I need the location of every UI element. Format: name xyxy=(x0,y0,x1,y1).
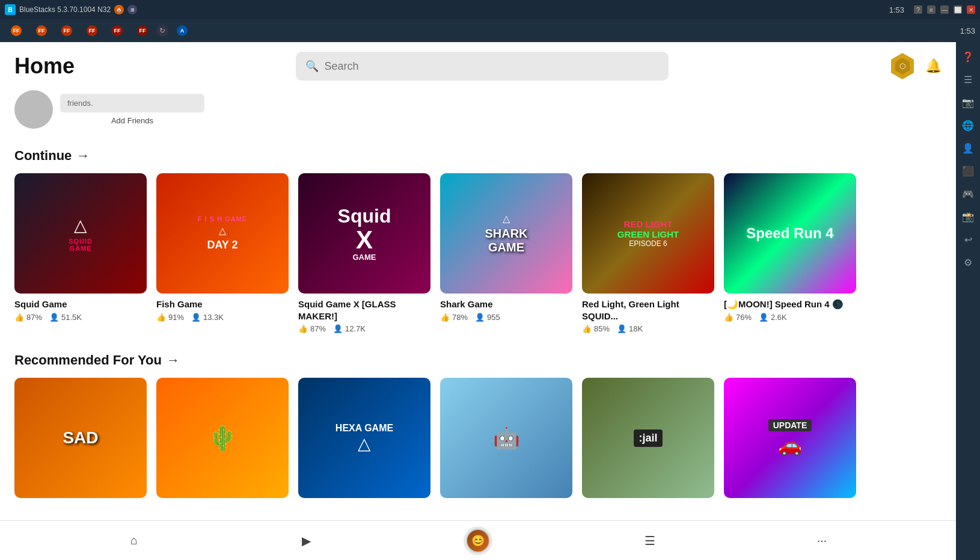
stat-rating-squid-game: 👍 87% xyxy=(14,313,42,322)
game-card-rec-hexa[interactable]: HEXA GAME △ xyxy=(298,378,430,498)
right-panel-user[interactable]: 👤 xyxy=(958,138,978,158)
tab-ff-4[interactable]: FF xyxy=(81,23,103,38)
home-tab-icon[interactable]: 🏠 xyxy=(114,5,124,14)
nav-list[interactable]: ☰ xyxy=(635,526,664,555)
right-panel-camera[interactable]: 📷 xyxy=(958,93,978,112)
tab-dot-4: FF xyxy=(87,25,97,36)
game-thumbnail-rec-orange: 🌵 xyxy=(156,378,289,498)
game-img-rec-sad: SAD xyxy=(14,378,147,498)
nav-more-icon: ··· xyxy=(817,534,827,547)
robux-inner: ⬡ xyxy=(894,58,911,75)
game-img-rec-jail: :jail xyxy=(582,378,714,498)
recommended-game-grid: SAD 🌵 xyxy=(14,378,942,498)
stat-players-fish-game: 👤 13.3K xyxy=(191,313,224,322)
game-card-rec-blue[interactable]: 🤖 xyxy=(440,378,572,498)
tab-refresh-btn[interactable]: ↻ xyxy=(156,25,168,37)
game-title-fish-game: Fish Game xyxy=(156,298,289,310)
title-bar: B BlueStacks 5.3.70.1004 N32 🏠 ⊞ 1:53 ? … xyxy=(0,0,980,19)
game-title-squid-x: Squid Game X [GLASS MAKER!] xyxy=(298,298,430,322)
game-thumbnail-red-light: RED LIGHT GREEN LIGHT EPISODE 6 xyxy=(582,173,714,294)
game-stats-fish-game: 👍 91% 👤 13.3K xyxy=(156,313,289,322)
right-panel-screenshot[interactable]: 📸 xyxy=(958,207,978,226)
continue-arrow[interactable]: → xyxy=(76,148,90,164)
game-card-squid-game[interactable]: △ SQUIDGAME Squid Game 👍 87% 👤 xyxy=(14,173,147,333)
menu-btn[interactable]: ≡ xyxy=(927,5,936,14)
stat-rating-speed-run: 👍 76% xyxy=(724,313,752,322)
right-panel-settings[interactable]: ⚙ xyxy=(958,253,978,272)
tab-ff-3[interactable]: FF xyxy=(55,23,78,38)
nav-play[interactable]: ▶ xyxy=(292,526,320,555)
tab-ff-2[interactable]: FF xyxy=(30,23,53,38)
search-bar[interactable]: 🔍 xyxy=(296,52,669,81)
add-friends-label[interactable]: Add Friends xyxy=(60,116,204,125)
game-card-speed-run[interactable]: Speed Run 4 [🌙MOON!] Speed Run 4 🌑 👍 76%… xyxy=(724,173,856,333)
right-panel-help[interactable]: ❓ xyxy=(958,47,978,66)
right-panel-menu[interactable]: ☰ xyxy=(958,70,978,89)
game-card-rec-update[interactable]: UPDATE 🚗 xyxy=(724,378,856,498)
game-thumbnail-rec-hexa: HEXA GAME △ xyxy=(298,378,430,498)
stat-players-shark-game: 👤 955 xyxy=(475,313,500,322)
robux-icon[interactable]: ⬡ xyxy=(889,53,916,79)
right-panel-square[interactable]: ⬛ xyxy=(958,161,978,180)
minimize-btn[interactable]: — xyxy=(940,5,949,14)
help-btn[interactable]: ? xyxy=(914,5,922,14)
game-stats-squid-game: 👍 87% 👤 51.5K xyxy=(14,313,147,322)
tab-a[interactable]: A xyxy=(171,23,194,38)
tab-dot-3: FF xyxy=(61,25,72,36)
multi-tab-icon[interactable]: ⊞ xyxy=(127,5,137,14)
game-img-squid-x: Squid X GAME xyxy=(298,173,430,294)
nav-more[interactable]: ··· xyxy=(807,526,836,555)
maximize-btn[interactable]: ⬜ xyxy=(954,5,962,14)
nav-play-icon: ▶ xyxy=(302,534,311,548)
scroll-content: friends. Add Friends Continue → △ xyxy=(0,85,956,560)
game-card-red-light[interactable]: RED LIGHT GREEN LIGHT EPISODE 6 Red Ligh… xyxy=(582,173,714,333)
game-img-shark-game: △ SHARKGAME xyxy=(440,173,572,294)
stat-players-red-light: 👤 18K xyxy=(617,324,643,333)
tab-bar: FF FF FF FF FF FF ↻ A 1:53 xyxy=(0,19,980,42)
search-input[interactable] xyxy=(325,60,659,73)
game-img-red-light: RED LIGHT GREEN LIGHT EPISODE 6 xyxy=(582,173,714,294)
game-card-rec-orange[interactable]: 🌵 xyxy=(156,378,289,498)
tab-dot-6: FF xyxy=(137,25,148,36)
recommended-arrow[interactable]: → xyxy=(167,352,180,368)
game-card-shark-game[interactable]: △ SHARKGAME Shark Game 👍 78% 👤 xyxy=(440,173,572,333)
continue-game-grid: △ SQUIDGAME Squid Game 👍 87% 👤 xyxy=(14,173,942,333)
tab-ff-6[interactable]: FF xyxy=(131,23,154,38)
header-actions: ⬡ 🔔 xyxy=(889,53,942,79)
right-panel-globe[interactable]: 🌐 xyxy=(958,115,978,135)
game-card-rec-jail[interactable]: :jail xyxy=(582,378,714,498)
game-img-fish-game: F I S H GAME △ DAY 2 xyxy=(156,173,289,294)
stat-players-squid-x: 👤 12.7K xyxy=(333,324,366,333)
recommended-section-header: Recommended For You → xyxy=(14,352,942,368)
tab-ff-1[interactable]: FF xyxy=(5,23,28,38)
game-thumbnail-fish-game: F I S H GAME △ DAY 2 xyxy=(156,173,289,294)
tab-ff-5[interactable]: FF xyxy=(106,23,129,38)
notification-bell[interactable]: 🔔 xyxy=(925,58,942,74)
right-panel-gamepad[interactable]: 🎮 xyxy=(958,184,978,203)
nav-avatar[interactable]: 😊 xyxy=(464,526,492,555)
stat-rating-squid-x: 👍 87% xyxy=(298,324,326,333)
nav-home[interactable]: ⌂ xyxy=(120,526,149,555)
avatar xyxy=(14,90,53,129)
game-stats-speed-run: 👍 76% 👤 2.6K xyxy=(724,313,856,322)
close-btn[interactable]: ✕ xyxy=(967,5,975,14)
tab-dot-5: FF xyxy=(112,25,123,36)
tab-dot-a: A xyxy=(177,25,188,36)
title-bar-right: 1:53 ? ≡ — ⬜ ✕ xyxy=(889,5,975,14)
recommended-title: Recommended For You xyxy=(14,352,162,368)
game-card-rec-sad[interactable]: SAD xyxy=(14,378,147,498)
app-title: BlueStacks 5.3.70.1004 N32 xyxy=(19,5,111,14)
friends-placeholder-text: friends. xyxy=(67,99,93,108)
continue-section-header: Continue → xyxy=(14,148,942,164)
game-img-rec-blue: 🤖 xyxy=(440,378,572,498)
game-title-shark-game: Shark Game xyxy=(440,298,572,310)
nav-list-icon: ☰ xyxy=(645,534,655,548)
page-title: Home xyxy=(14,54,75,79)
game-card-squid-x[interactable]: Squid X GAME Squid Game X [GLASS MAKER!]… xyxy=(298,173,430,333)
game-thumbnail-rec-update: UPDATE 🚗 xyxy=(724,378,856,498)
game-stats-squid-x: 👍 87% 👤 12.7K xyxy=(298,324,430,333)
right-panel-back[interactable]: ↩ xyxy=(958,230,978,249)
nav-home-icon: ⌂ xyxy=(130,534,138,547)
tab-time: 1:53 xyxy=(960,26,975,35)
game-card-fish-game[interactable]: F I S H GAME △ DAY 2 Fish Game 👍 91% xyxy=(156,173,289,333)
